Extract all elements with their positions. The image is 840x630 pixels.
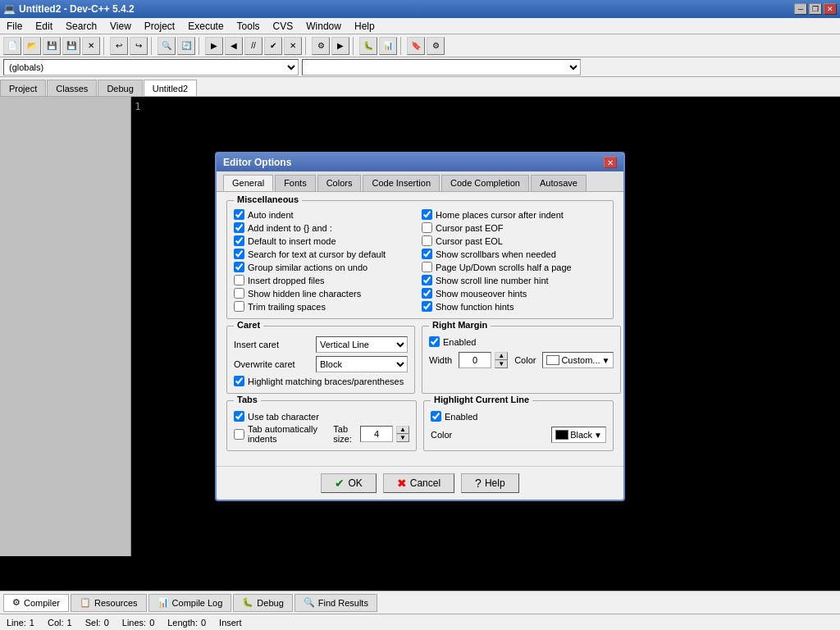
bottom-tab-debug[interactable]: 🐛 Debug bbox=[233, 594, 292, 612]
dialog-tab-code-insertion[interactable]: Code Insertion bbox=[363, 175, 440, 191]
indent-btn[interactable]: ▶ bbox=[205, 37, 223, 55]
ok-button[interactable]: ✔ OK bbox=[321, 473, 376, 493]
group-undo-row[interactable]: Group similar actions on undo bbox=[234, 262, 418, 272]
bottom-tab-resources[interactable]: 📋 Resources bbox=[71, 594, 147, 612]
add-indent-checkbox[interactable] bbox=[234, 222, 244, 233]
cancel-button[interactable]: ✖ Cancel bbox=[383, 473, 454, 493]
close-button[interactable]: ✕ bbox=[824, 3, 837, 15]
add-indent-row[interactable]: Add indent to {} and : bbox=[234, 222, 418, 233]
highlight-enabled-checkbox[interactable] bbox=[431, 411, 441, 422]
compile-run-btn[interactable]: ✕ bbox=[284, 37, 302, 55]
undo-btn[interactable]: ↩ bbox=[110, 37, 128, 55]
cursor-eof-row[interactable]: Cursor past EOF bbox=[422, 222, 606, 233]
profile-btn[interactable]: 📊 bbox=[379, 37, 397, 55]
pageup-row[interactable]: Page Up/Down scrolls half a page bbox=[422, 262, 606, 272]
tab-size-down-btn[interactable]: ▼ bbox=[396, 434, 409, 442]
show-scrollbars-checkbox[interactable] bbox=[422, 249, 432, 259]
group-undo-checkbox[interactable] bbox=[234, 262, 244, 272]
search-cursor-row[interactable]: Search for text at cursor by default bbox=[234, 249, 418, 259]
width-up-btn[interactable]: ▲ bbox=[495, 352, 508, 360]
dialog-tab-code-completion[interactable]: Code Completion bbox=[441, 175, 529, 191]
show-scrollbars-row[interactable]: Show scrollbars when needed bbox=[422, 249, 606, 259]
insert-mode-checkbox[interactable] bbox=[234, 235, 244, 246]
scroll-hint-checkbox[interactable] bbox=[422, 275, 432, 285]
tab-auto-indent-row[interactable]: Tab automatically indents bbox=[234, 424, 333, 444]
trim-trailing-checkbox[interactable] bbox=[234, 301, 244, 312]
highlight-enabled-row[interactable]: Enabled bbox=[431, 411, 606, 422]
scroll-hint-row[interactable]: Show scroll line number hint bbox=[422, 275, 606, 285]
tab-auto-indent-checkbox[interactable] bbox=[234, 429, 244, 440]
insert-dropped-checkbox[interactable] bbox=[234, 275, 244, 285]
tab-untitled2[interactable]: Untitled2 bbox=[144, 80, 197, 96]
bottom-tab-compiler[interactable]: ⚙ Compiler bbox=[3, 594, 69, 612]
settings-btn[interactable]: ⚙ bbox=[427, 37, 445, 55]
save-all-btn[interactable]: 💾 bbox=[62, 37, 80, 55]
auto-indent-checkbox[interactable] bbox=[234, 209, 244, 220]
dialog-tab-general[interactable]: General bbox=[223, 175, 273, 191]
bottom-tab-compile-log[interactable]: 📊 Compile Log bbox=[148, 594, 232, 612]
menu-view[interactable]: View bbox=[103, 19, 138, 34]
run-btn[interactable]: ▶ bbox=[331, 37, 349, 55]
menu-cvs[interactable]: CVS bbox=[267, 19, 300, 34]
replace-btn[interactable]: 🔄 bbox=[177, 37, 195, 55]
width-down-btn[interactable]: ▼ bbox=[495, 360, 508, 368]
dialog-tab-autosave[interactable]: Autosave bbox=[531, 175, 587, 191]
unindent-btn[interactable]: ◀ bbox=[225, 37, 243, 55]
menu-window[interactable]: Window bbox=[299, 19, 348, 34]
show-hidden-row[interactable]: Show hidden line characters bbox=[234, 288, 418, 299]
insert-caret-select[interactable]: Vertical Line Horizontal Line Block bbox=[316, 336, 408, 353]
toggle-comment-btn[interactable]: // bbox=[244, 37, 262, 55]
syntax-check-btn[interactable]: ✔ bbox=[264, 37, 282, 55]
cursor-eof-checkbox[interactable] bbox=[422, 222, 432, 233]
close-file-btn[interactable]: ✕ bbox=[82, 37, 100, 55]
redo-btn[interactable]: ↪ bbox=[130, 37, 148, 55]
menu-project[interactable]: Project bbox=[138, 19, 181, 34]
pageup-checkbox[interactable] bbox=[422, 262, 432, 272]
tab-size-input[interactable] bbox=[360, 426, 393, 442]
highlight-braces-checkbox[interactable] bbox=[234, 376, 244, 386]
compile-btn[interactable]: ⚙ bbox=[312, 37, 330, 55]
cursor-eol-checkbox[interactable] bbox=[422, 235, 432, 246]
menu-file[interactable]: File bbox=[0, 19, 29, 34]
auto-indent-row[interactable]: Auto indent bbox=[234, 209, 418, 220]
minimize-button[interactable]: ─ bbox=[794, 3, 807, 15]
cursor-eol-row[interactable]: Cursor past EOL bbox=[422, 235, 606, 246]
restore-button[interactable]: ❐ bbox=[809, 3, 822, 15]
tab-project[interactable]: Project bbox=[0, 80, 46, 96]
overwrite-caret-select[interactable]: Block Horizontal Line Vertical Line bbox=[316, 356, 408, 372]
dialog-tab-colors[interactable]: Colors bbox=[317, 175, 362, 191]
use-tab-checkbox[interactable] bbox=[234, 411, 244, 422]
search-cursor-checkbox[interactable] bbox=[234, 249, 244, 259]
function-hints-checkbox[interactable] bbox=[422, 301, 432, 312]
tab-classes[interactable]: Classes bbox=[47, 80, 97, 96]
open-btn[interactable]: 📂 bbox=[23, 37, 41, 55]
menu-search[interactable]: Search bbox=[59, 19, 103, 34]
highlight-braces-row[interactable]: Highlight matching braces/parentheses bbox=[234, 376, 408, 386]
menu-help[interactable]: Help bbox=[348, 19, 381, 34]
new-btn[interactable]: 📄 bbox=[3, 37, 21, 55]
help-button[interactable]: ? Help bbox=[461, 473, 518, 493]
find-btn[interactable]: 🔍 bbox=[158, 37, 176, 55]
save-btn[interactable]: 💾 bbox=[43, 37, 61, 55]
right-margin-enabled-row[interactable]: Enabled bbox=[429, 336, 614, 347]
width-input[interactable] bbox=[459, 352, 491, 368]
menu-execute[interactable]: Execute bbox=[181, 19, 230, 34]
insert-mode-row[interactable]: Default to insert mode bbox=[234, 235, 418, 246]
tab-debug[interactable]: Debug bbox=[98, 80, 142, 96]
show-hidden-checkbox[interactable] bbox=[234, 288, 244, 299]
trim-trailing-row[interactable]: Trim trailing spaces bbox=[234, 301, 418, 312]
right-margin-color-btn[interactable]: Custom... ▼ bbox=[542, 352, 614, 368]
debug-btn[interactable]: 🐛 bbox=[359, 37, 377, 55]
dialog-close-button[interactable]: ✕ bbox=[604, 157, 617, 168]
bottom-tab-find-results[interactable]: 🔍 Find Results bbox=[294, 594, 377, 612]
menu-tools[interactable]: Tools bbox=[231, 19, 267, 34]
highlight-color-btn[interactable]: Black ▼ bbox=[551, 427, 606, 443]
menu-edit[interactable]: Edit bbox=[29, 19, 59, 34]
home-cursor-checkbox[interactable] bbox=[422, 209, 432, 220]
bookmark-btn[interactable]: 🔖 bbox=[407, 37, 425, 55]
globals-select[interactable]: (globals) bbox=[3, 59, 299, 75]
insert-dropped-row[interactable]: Insert dropped files bbox=[234, 275, 418, 285]
mouseover-hints-row[interactable]: Show mouseover hints bbox=[422, 288, 606, 299]
function-select[interactable] bbox=[302, 59, 581, 75]
right-margin-enabled-checkbox[interactable] bbox=[429, 336, 440, 347]
